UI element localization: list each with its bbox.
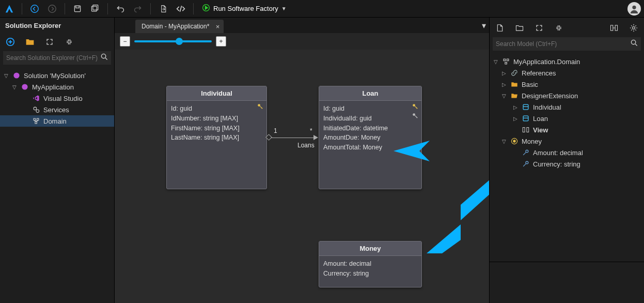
folder-open-icon <box>510 92 519 100</box>
folder-icon <box>510 80 519 88</box>
view-label: View <box>533 126 548 134</box>
svg-point-18 <box>413 104 415 107</box>
chevron-right-icon: ▷ <box>501 82 507 87</box>
svg-rect-29 <box>523 128 525 132</box>
field: Id: guid <box>171 104 262 114</box>
visual-studio-node[interactable]: ▽ Visual Studio <box>0 93 114 104</box>
individual-node[interactable]: ▷ Individual <box>490 101 644 113</box>
solution-label: Solution 'MySolution' <box>24 72 86 80</box>
svg-rect-27 <box>523 104 528 110</box>
amount-node[interactable]: ▷ Amount: decimal <box>490 147 644 158</box>
services-node[interactable]: ▽ Services <box>0 104 114 115</box>
canvas[interactable]: Individual Id: guid IdNumber: string [MA… <box>115 50 489 303</box>
svg-rect-14 <box>34 118 36 120</box>
explorer-search[interactable] <box>3 51 111 65</box>
zoom-out-button[interactable]: − <box>120 36 130 47</box>
tab-domain[interactable]: Domain - MyApplication* × <box>135 20 224 33</box>
amount-label: Amount: decimal <box>533 149 583 157</box>
field: InitiatedDate: datetime <box>323 124 417 133</box>
entity-individual[interactable]: Individual Id: guid IdNumber: string [MA… <box>166 86 267 189</box>
new-file-button[interactable] <box>495 23 505 33</box>
add-button[interactable] <box>5 37 15 47</box>
currency-node[interactable]: ▷ Currency: string <box>490 158 644 170</box>
forward-button <box>46 3 58 15</box>
loan-node[interactable]: ▷ Loan <box>490 113 644 124</box>
domain-icon <box>32 117 40 125</box>
solution-icon <box>12 71 21 80</box>
svg-point-17 <box>258 104 260 107</box>
slider-thumb[interactable] <box>176 38 183 45</box>
field: Id: guid <box>323 104 417 114</box>
panel-title: Solution Explorer <box>0 18 114 34</box>
collapse-button[interactable] <box>554 23 564 33</box>
view-node[interactable]: ▷ View <box>490 124 644 135</box>
svg-rect-2 <box>74 6 80 11</box>
designer-area: Domain - MyApplication* × ▾ − + Individu… <box>115 18 489 303</box>
svg-point-13 <box>36 110 39 113</box>
properties-panel <box>490 262 644 303</box>
money-node[interactable]: ▽ Money <box>490 135 644 147</box>
expand-button[interactable] <box>534 23 544 33</box>
run-button[interactable]: Run Software Factory ▼ <box>200 4 289 13</box>
search-icon[interactable] <box>101 53 108 63</box>
open-folder-button[interactable] <box>25 37 35 47</box>
redo-button <box>132 3 144 15</box>
ext-label: DesignerExtension <box>522 92 578 100</box>
user-avatar[interactable] <box>627 2 641 16</box>
field: Currency: string <box>323 269 417 279</box>
explorer-search-input[interactable] <box>6 54 98 62</box>
domain-root-node[interactable]: ▽ MyApplication.Domain <box>490 56 644 67</box>
locate-button[interactable] <box>609 23 619 33</box>
basic-node[interactable]: ▷ Basic <box>490 79 644 90</box>
zoom-slider[interactable] <box>134 40 212 42</box>
entity-loan[interactable]: Loan Id: guid IndividualId: guid Initiat… <box>319 86 422 189</box>
model-search[interactable] <box>493 37 641 51</box>
back-button[interactable] <box>28 3 41 15</box>
svg-rect-28 <box>523 116 528 121</box>
entity-money[interactable]: Money Amount: decimal Currency: string <box>319 241 422 287</box>
field: IndividualId: guid <box>323 114 417 124</box>
application-node[interactable]: ▽ MyApplication <box>0 81 114 93</box>
export-button[interactable] <box>157 3 169 15</box>
collapse-button[interactable] <box>64 37 74 47</box>
references-label: References <box>522 69 556 77</box>
close-icon[interactable]: × <box>216 23 220 31</box>
references-node[interactable]: ▷ References <box>490 67 644 79</box>
multiplicity-left: 1 <box>274 127 277 134</box>
app-logo[interactable] <box>3 3 15 15</box>
svg-point-11 <box>22 84 27 89</box>
svg-point-7 <box>632 5 636 9</box>
domain-icon <box>502 57 510 66</box>
individual-label: Individual <box>533 103 561 111</box>
class-icon <box>522 103 530 111</box>
association-line[interactable] <box>271 138 313 138</box>
domain-node[interactable]: ▽ Domain <box>0 115 114 127</box>
code-button[interactable] <box>175 3 187 15</box>
svg-point-12 <box>34 107 37 110</box>
entity-header: Money <box>319 241 421 256</box>
svg-rect-4 <box>91 6 97 11</box>
settings-button[interactable] <box>629 23 639 33</box>
svg-rect-5 <box>93 5 98 10</box>
multiplicity-right: * <box>310 127 312 134</box>
save-all-button[interactable] <box>89 3 101 15</box>
search-icon[interactable] <box>631 39 638 49</box>
key-icon <box>257 103 263 112</box>
open-folder-button[interactable] <box>514 23 525 33</box>
loan-label: Loan <box>533 115 548 123</box>
zoom-in-button[interactable]: + <box>216 36 226 47</box>
chevron-right-icon: ▷ <box>501 70 507 76</box>
arrowhead-icon <box>313 135 318 140</box>
link-icon <box>510 69 519 77</box>
expand-button[interactable] <box>44 37 55 47</box>
undo-button[interactable] <box>114 3 127 15</box>
solution-node[interactable]: ▽ Solution 'MySolution' <box>0 70 114 81</box>
tabs-dropdown[interactable]: ▾ <box>482 21 486 31</box>
entity-header: Loan <box>319 86 421 101</box>
model-explorer-panel: ▽ MyApplication.Domain ▷ References ▷ Ba… <box>489 18 644 303</box>
save-button[interactable] <box>71 3 84 15</box>
foreign-key-icon <box>412 112 418 122</box>
currency-label: Currency: string <box>533 160 580 168</box>
designer-extension-node[interactable]: ▽ DesignerExtension <box>490 90 644 101</box>
model-search-input[interactable] <box>496 40 627 48</box>
